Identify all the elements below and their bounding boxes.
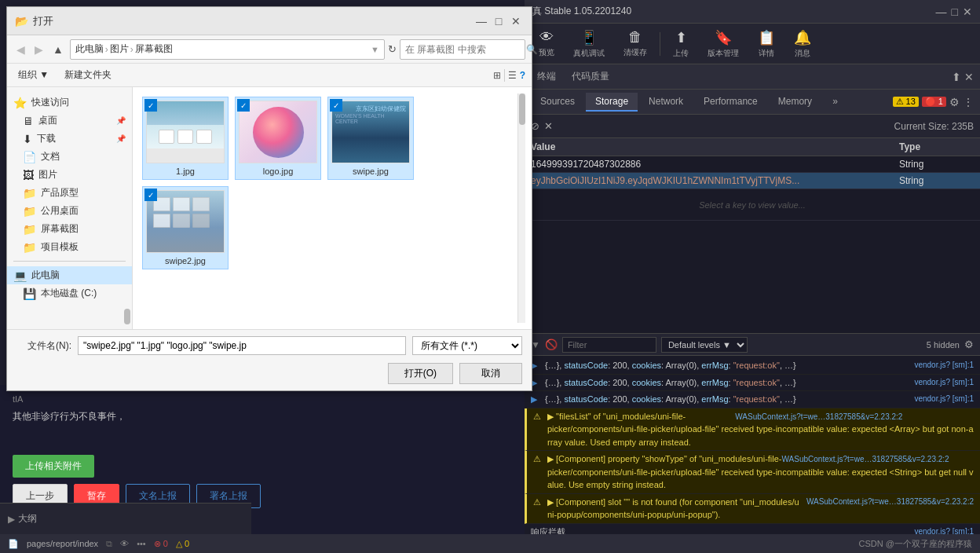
- organize-btn[interactable]: 组织 ▼: [13, 67, 53, 83]
- dialog-title: 打开: [33, 14, 53, 28]
- detail-btn[interactable]: 📋 详情: [751, 26, 781, 62]
- sidebar-item-pics[interactable]: 🖼 图片: [7, 166, 132, 184]
- cancel-btn[interactable]: 取消: [459, 363, 522, 384]
- hospital-thumb: [147, 101, 224, 163]
- warn-link-2[interactable]: WASubContext.js?t=we…31827585&v=2.23.2:2: [782, 455, 949, 463]
- dialog-nav-toolbar: ◀ ▶ ▲ 此电脑 › 图片 › 屏幕截图 ▼ ↻ 🔍: [7, 35, 532, 64]
- new-folder-btn[interactable]: 新建文件夹: [60, 67, 116, 83]
- col-value-header: Value: [525, 138, 893, 156]
- close-panel-btn[interactable]: ✕: [964, 71, 974, 83]
- device-debug-btn[interactable]: 📱 真机调试: [567, 26, 611, 62]
- action-divider: [660, 32, 660, 56]
- sidebar-item-download[interactable]: ⬇ 下载 📌: [7, 130, 132, 148]
- search-input[interactable]: [405, 44, 523, 55]
- refresh-btn[interactable]: ↻: [388, 43, 397, 55]
- breadcrumb-computer: 此电脑: [75, 42, 104, 56]
- outline-panel: ▶ 大纲: [0, 503, 251, 534]
- tab-memory[interactable]: Memory: [769, 93, 821, 112]
- upload-attachment-btn[interactable]: 上传相关附件: [13, 455, 94, 478]
- console-clear-btn[interactable]: 🚫: [545, 339, 558, 350]
- file-item-logojpg[interactable]: ✓ logo.jpg: [235, 97, 321, 180]
- settings-btn[interactable]: ⚙: [949, 96, 960, 108]
- devtools-close-btn[interactable]: ✕: [963, 5, 972, 18]
- check-swipejpg: ✓: [330, 99, 342, 112]
- dialog-close-btn[interactable]: ✕: [508, 13, 524, 29]
- storage-tabs-row: Sources Storage Network Performance Memo…: [525, 90, 980, 115]
- devtools-minimize-btn[interactable]: —: [936, 5, 947, 18]
- back-btn[interactable]: ◀: [13, 42, 28, 57]
- dialog-minimize-btn[interactable]: —: [474, 13, 489, 29]
- msg-link-3[interactable]: vendor.js? [sm]:1: [914, 393, 974, 405]
- up-btn[interactable]: ▲: [49, 42, 67, 57]
- help-btn[interactable]: ?: [520, 70, 525, 81]
- page-path-copy-icon[interactable]: ⧉: [106, 539, 112, 549]
- version-mgmt-btn[interactable]: 🔖 版本管理: [701, 26, 745, 62]
- view-btn[interactable]: ⊞: [493, 70, 501, 81]
- message-icon: 🔔: [794, 29, 811, 46]
- warn-link-1[interactable]: WASubContext.js?t=we…31827585&v=2.23.2:2: [735, 412, 902, 421]
- filetype-select[interactable]: 所有文件 (*.*): [412, 336, 522, 355]
- file-item-1jpg[interactable]: ✓: [142, 97, 229, 180]
- sidebar-item-proto[interactable]: 📁 产品原型: [7, 184, 132, 202]
- expand-btn[interactable]: ⬆: [952, 71, 961, 83]
- devtools-titlebar: 真 Stable 1.05.2201240 — □ ✕: [525, 0, 980, 24]
- msg-link-2[interactable]: vendor.js? [sm]:1: [914, 376, 974, 388]
- code-quality-btn[interactable]: 代码质量: [565, 67, 616, 86]
- more-options-btn[interactable]: ⋮: [963, 96, 974, 108]
- tab-storage[interactable]: Storage: [586, 93, 638, 112]
- sidebar-item-quickaccess[interactable]: ⭐ 快速访问: [7, 93, 132, 112]
- file-name-1jpg: 1.jpg: [176, 167, 195, 176]
- tab-network[interactable]: Network: [639, 93, 693, 112]
- console-panel: ▼ 🚫 Default levels ▼ 5 hidden ⚙ ▶ {…}, s…: [525, 333, 980, 553]
- pics-icon: 🖼: [23, 169, 34, 181]
- info-icon: ▶: [531, 359, 542, 372]
- pin-icon: 📌: [116, 116, 126, 125]
- version-label: 版本管理: [708, 48, 739, 59]
- open-btn[interactable]: 打开(O): [388, 363, 453, 384]
- filename-input[interactable]: [78, 336, 406, 355]
- console-filter-input[interactable]: [562, 337, 656, 353]
- sidebar-item-pubdesk[interactable]: 📁 公用桌面: [7, 202, 132, 220]
- sidebar-item-templates[interactable]: 📁 项目模板: [7, 238, 132, 256]
- msg-link-1[interactable]: vendor.js? [sm]:1: [914, 359, 974, 371]
- sidebar-label-thispc: 此电脑: [31, 269, 60, 282]
- file-name-swipe2jpg: swipe2.jpg: [165, 256, 206, 266]
- upload-btn[interactable]: ⬆ 上传: [667, 26, 695, 62]
- forward-btn[interactable]: ▶: [31, 42, 46, 57]
- sidebar-item-localdisk[interactable]: 💾 本地磁盘 (C:): [7, 284, 132, 302]
- devtools-panel: 真 Stable 1.05.2201240 — □ ✕ 👁 预览 📱 真机调试 …: [525, 0, 980, 553]
- table-row[interactable]: eyJhbGciOiJIUzI1NiJ9.eyJqdWJKIU1hZWNNIm1…: [525, 173, 980, 189]
- console-gear-icon[interactable]: ⚙: [964, 339, 974, 350]
- folder3-icon: 📁: [23, 223, 36, 236]
- breadcrumb-dropdown-icon[interactable]: ▼: [371, 45, 379, 54]
- tab-more[interactable]: »: [823, 93, 847, 112]
- file-item-swipejpg[interactable]: ✓ 京东区妇幼保健院 WOMEN'S HEALTH CENTER swipe.j…: [327, 97, 414, 180]
- star-icon: ⭐: [13, 97, 27, 109]
- dialog-maximize-btn[interactable]: □: [491, 13, 506, 29]
- tab-performance[interactable]: Performance: [694, 93, 767, 112]
- sidebar-item-screenshot[interactable]: 📁 屏幕截图: [7, 220, 132, 238]
- files-scrollbar[interactable]: [517, 93, 525, 323]
- message-btn[interactable]: 🔔 消息: [788, 26, 817, 62]
- eye-icon[interactable]: 👁: [120, 539, 129, 548]
- level-select[interactable]: Default levels ▼: [661, 337, 748, 353]
- outline-triangle-icon[interactable]: ▶: [8, 514, 15, 525]
- view-detail-btn[interactable]: ☰: [508, 70, 517, 81]
- dialog-sidebar: ⭐ 快速访问 🖥 桌面 📌 ⬇ 下载 📌 📄 文档: [7, 87, 133, 329]
- upload-icon: ⬆: [675, 29, 687, 46]
- refresh-storage-btn[interactable]: ✕: [544, 120, 553, 132]
- clear-cache-btn[interactable]: 🗑 清缓存: [617, 26, 653, 61]
- warn-link-3[interactable]: WASubContext.js?t=we…31827585&v=2.23.2:2: [806, 496, 974, 507]
- sidebar-scrollbar[interactable]: [124, 309, 130, 324]
- sidebar-item-docs[interactable]: 📄 文档: [7, 148, 132, 166]
- preview-label: 预览: [539, 47, 554, 58]
- devtools-maximize-btn[interactable]: □: [952, 5, 958, 18]
- sidebar-item-desktop[interactable]: 🖥 桌面 📌: [7, 112, 132, 130]
- terminal-btn[interactable]: 终端: [531, 67, 562, 86]
- table-row[interactable]: 1649993917204873028​86 String: [525, 156, 980, 173]
- sidebar-label-pubdesk: 公用桌面: [41, 204, 79, 218]
- sidebar-item-thispc[interactable]: 💻 此电脑: [7, 266, 132, 284]
- file-item-swipe2jpg[interactable]: ✓: [142, 186, 229, 269]
- more-icon[interactable]: •••: [137, 539, 146, 548]
- tab-sources[interactable]: Sources: [531, 93, 584, 112]
